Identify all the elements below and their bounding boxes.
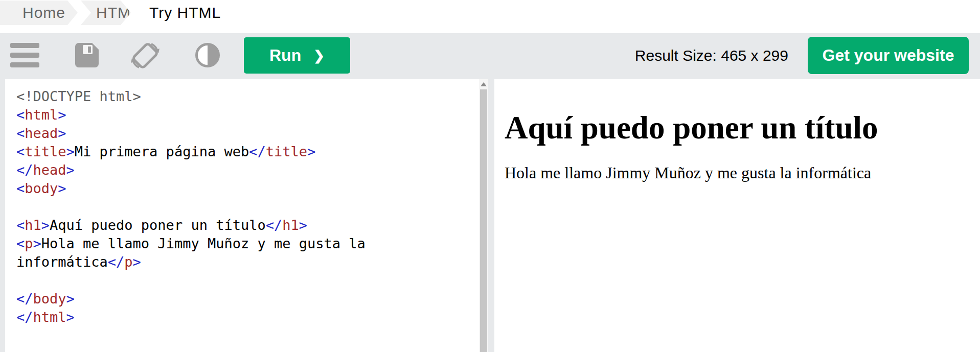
- result-document: Aquí puedo poner un título Hola me llamo…: [494, 79, 980, 182]
- code-line: <h1>Aquí puedo poner un título</h1>: [16, 216, 477, 234]
- dark-mode-toggle[interactable]: [195, 43, 220, 67]
- code-line: <title>Mi primera página web</title>: [16, 143, 477, 161]
- code-line: <body>: [16, 179, 477, 198]
- run-button[interactable]: Run ❯: [244, 37, 350, 74]
- code-line: </head>: [16, 161, 477, 179]
- code-lines: <!DOCTYPE html><html><head><title>Mi pri…: [16, 87, 477, 326]
- breadcrumb-current-page: Try HTML: [149, 1, 221, 25]
- code-line: </html>: [16, 308, 477, 326]
- scrollbar-up-arrow-icon[interactable]: [479, 79, 488, 89]
- code-editor[interactable]: <!DOCTYPE html><html><head><title>Mi pri…: [5, 79, 479, 352]
- rotate-device-icon: [130, 40, 161, 71]
- breadcrumb-item-home[interactable]: Home: [0, 1, 78, 25]
- breadcrumb: Home HTML Try HTML: [0, 0, 980, 26]
- result-paragraph: Hola me llamo Jimmy Muñoz y me gusta la …: [505, 163, 972, 182]
- floppy-disk-icon: [75, 43, 99, 67]
- menu-button[interactable]: [10, 43, 39, 67]
- code-line: <p>Hola me llamo Jimmy Muñoz y me gusta …: [16, 234, 477, 271]
- rotate-view-button[interactable]: [130, 40, 161, 73]
- result-size-label: Result Size: 465 x 299: [635, 33, 788, 78]
- breadcrumb-home-label: Home: [22, 4, 65, 21]
- result-panel: Aquí puedo poner un título Hola me llamo…: [494, 79, 980, 352]
- breadcrumb-html-label: HTML: [96, 4, 140, 21]
- editor-scrollbar[interactable]: [479, 79, 488, 352]
- code-line: <!DOCTYPE html>: [16, 87, 477, 106]
- chevron-right-icon: ❯: [313, 48, 325, 64]
- code-line: [16, 198, 477, 216]
- hamburger-icon: [10, 43, 39, 48]
- code-line: <html>: [16, 106, 477, 124]
- code-editor-panel: <!DOCTYPE html><html><head><title>Mi pri…: [5, 79, 488, 352]
- tryit-editor-app: Home HTML Try HTML: [0, 0, 980, 352]
- code-line: <head>: [16, 124, 477, 143]
- save-button[interactable]: [75, 43, 99, 69]
- scrollbar-thumb[interactable]: [480, 89, 487, 352]
- toolbar: Run ❯ Result Size: 465 x 299 Get your we…: [0, 33, 980, 78]
- code-line: [16, 271, 477, 290]
- get-your-website-label: Get your website: [823, 46, 954, 65]
- main-split-view: <!DOCTYPE html><html><head><title>Mi pri…: [0, 78, 980, 352]
- breadcrumb-item-html[interactable]: HTML: [81, 1, 131, 25]
- get-your-website-button[interactable]: Get your website: [808, 37, 969, 74]
- code-line: </body>: [16, 290, 477, 308]
- result-heading: Aquí puedo poner un título: [505, 109, 972, 146]
- run-button-label: Run: [269, 46, 301, 65]
